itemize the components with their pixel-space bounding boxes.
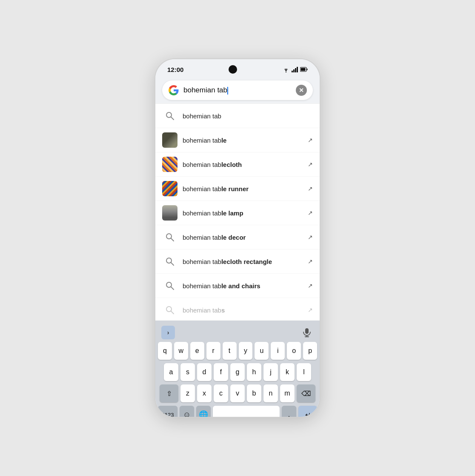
search-icon-8 bbox=[162, 302, 177, 318]
key-l[interactable]: l bbox=[297, 363, 311, 381]
suggestion-item-6[interactable]: bohemian tablecloth rectangle ↗ bbox=[155, 249, 320, 274]
key-b[interactable]: b bbox=[247, 384, 261, 402]
suggestion-text-0: bohemian tab bbox=[183, 112, 313, 120]
search-icon-5 bbox=[162, 229, 177, 245]
arrow-icon-7: ↗ bbox=[308, 282, 313, 289]
arrow-icon-6: ↗ bbox=[308, 258, 313, 265]
key-d[interactable]: d bbox=[197, 363, 212, 381]
key-w[interactable]: w bbox=[174, 342, 188, 360]
suggestion-item-0[interactable]: bohemian tab bbox=[155, 104, 320, 128]
key-m[interactable]: m bbox=[280, 384, 295, 402]
suggestion-thumb-4 bbox=[162, 205, 177, 221]
key-y[interactable]: y bbox=[239, 342, 253, 360]
search-bar[interactable]: bohemian tab ✕ bbox=[162, 80, 313, 100]
key-n[interactable]: n bbox=[263, 384, 278, 402]
key-z[interactable]: z bbox=[180, 384, 195, 402]
svg-point-14 bbox=[166, 282, 172, 287]
keyboard-top-row: › bbox=[158, 324, 317, 342]
svg-line-11 bbox=[171, 238, 174, 241]
key-q[interactable]: q bbox=[158, 342, 172, 360]
enter-key[interactable]: ↵ bbox=[298, 406, 317, 418]
key-v[interactable]: v bbox=[230, 384, 245, 402]
suggestion-item-7[interactable]: bohemian table and chairs ↗ bbox=[155, 274, 320, 298]
suggestion-bold-7: le and chairs bbox=[221, 282, 260, 290]
google-logo bbox=[168, 85, 179, 96]
keyboard-row-3: ⇧ z x c v b n m ⌫ bbox=[158, 384, 317, 402]
suggestion-item-1[interactable]: bohemian table ↗ bbox=[155, 128, 320, 152]
arrow-icon-1: ↗ bbox=[308, 137, 313, 143]
key-u[interactable]: u bbox=[255, 342, 269, 360]
suggestion-bold-2: lecloth bbox=[221, 161, 242, 168]
suggestion-text-6: bohemian tablecloth rectangle bbox=[183, 258, 303, 265]
key-f[interactable]: f bbox=[214, 363, 228, 381]
arrow-icon-3: ↗ bbox=[308, 185, 313, 192]
svg-rect-7 bbox=[307, 69, 308, 70]
suggestion-text-7: bohemian table and chairs bbox=[183, 282, 303, 290]
suggestion-text-3: bohemian table runner bbox=[183, 185, 303, 192]
clear-button[interactable]: ✕ bbox=[296, 85, 307, 96]
suggestion-item-3[interactable]: bohemian table runner ↗ bbox=[155, 177, 320, 201]
thumb-runner-img bbox=[162, 181, 177, 196]
emoji-key[interactable]: ☺ bbox=[180, 406, 194, 418]
suggestion-normal-0: bohemian tab bbox=[183, 112, 221, 120]
expand-button[interactable]: › bbox=[161, 326, 175, 339]
svg-point-12 bbox=[166, 258, 172, 263]
suggestions-list: bohemian tab bohemian table ↗ bohemian t… bbox=[155, 103, 320, 321]
suggestion-normal-8: bohemian tab bbox=[183, 307, 221, 314]
mic-icon bbox=[302, 328, 312, 337]
key-h[interactable]: h bbox=[247, 363, 261, 381]
suggestion-bold-5: le decor bbox=[221, 234, 246, 241]
search-icon-6 bbox=[162, 254, 177, 269]
key-s[interactable]: s bbox=[180, 363, 195, 381]
key-t[interactable]: t bbox=[223, 342, 237, 360]
mic-button[interactable] bbox=[300, 326, 314, 339]
svg-rect-4 bbox=[297, 67, 298, 72]
key-x[interactable]: x bbox=[197, 384, 212, 402]
suggestion-item-8[interactable]: bohemian tabs ↗ bbox=[155, 298, 320, 321]
suggestion-bold-3: le runner bbox=[221, 185, 249, 192]
suggestion-normal-6: bohemian tab bbox=[183, 258, 221, 265]
search-icon-0 bbox=[162, 108, 177, 123]
key-g[interactable]: g bbox=[230, 363, 245, 381]
suggestion-normal-5: bohemian tab bbox=[183, 234, 221, 241]
suggestion-bold-1: le bbox=[221, 137, 227, 144]
svg-point-10 bbox=[166, 234, 172, 239]
key-i[interactable]: i bbox=[271, 342, 285, 360]
suggestion-item-2[interactable]: bohemian tablecloth ↗ bbox=[155, 152, 320, 177]
numbers-key[interactable]: ?123 bbox=[158, 406, 177, 418]
key-k[interactable]: k bbox=[280, 363, 295, 381]
svg-line-9 bbox=[171, 117, 174, 120]
svg-line-17 bbox=[171, 311, 174, 314]
search-bar-container: bohemian tab ✕ bbox=[155, 77, 320, 103]
key-a[interactable]: a bbox=[164, 363, 178, 381]
status-icons bbox=[282, 66, 308, 72]
status-time: 12:00 bbox=[167, 66, 183, 73]
globe-key[interactable]: 🌐 bbox=[196, 406, 211, 418]
search-input[interactable]: bohemian tab bbox=[183, 86, 292, 95]
clear-icon: ✕ bbox=[299, 87, 304, 94]
key-p[interactable]: p bbox=[303, 342, 317, 360]
suggestion-normal-2: bohemian tab bbox=[183, 161, 221, 168]
key-r[interactable]: r bbox=[206, 342, 220, 360]
camera-dot bbox=[229, 65, 237, 74]
suggestion-item-5[interactable]: bohemian table decor ↗ bbox=[155, 225, 320, 249]
suggestion-thumb-2 bbox=[162, 157, 177, 172]
svg-rect-18 bbox=[305, 328, 309, 334]
suggestion-bold-6: lecloth rectangle bbox=[221, 258, 272, 265]
svg-point-16 bbox=[166, 307, 172, 312]
period-key[interactable]: . bbox=[282, 406, 296, 418]
key-e[interactable]: e bbox=[190, 342, 204, 360]
key-o[interactable]: o bbox=[287, 342, 301, 360]
keyboard-row-4: ?123 ☺ 🌐 . ↵ bbox=[158, 406, 317, 418]
keyboard-row-2: a s d f g h j k l bbox=[158, 363, 317, 381]
key-c[interactable]: c bbox=[214, 384, 228, 402]
key-j[interactable]: j bbox=[263, 363, 278, 381]
backspace-key[interactable]: ⌫ bbox=[297, 384, 315, 402]
suggestion-item-4[interactable]: bohemian table lamp ↗ bbox=[155, 201, 320, 225]
suggestion-text-4: bohemian table lamp bbox=[183, 209, 303, 217]
suggestion-normal-4: bohemian tab bbox=[183, 209, 221, 217]
svg-line-13 bbox=[171, 263, 174, 265]
space-key[interactable] bbox=[213, 406, 280, 418]
shift-key[interactable]: ⇧ bbox=[160, 384, 178, 402]
suggestion-text-2: bohemian tablecloth bbox=[183, 161, 303, 168]
